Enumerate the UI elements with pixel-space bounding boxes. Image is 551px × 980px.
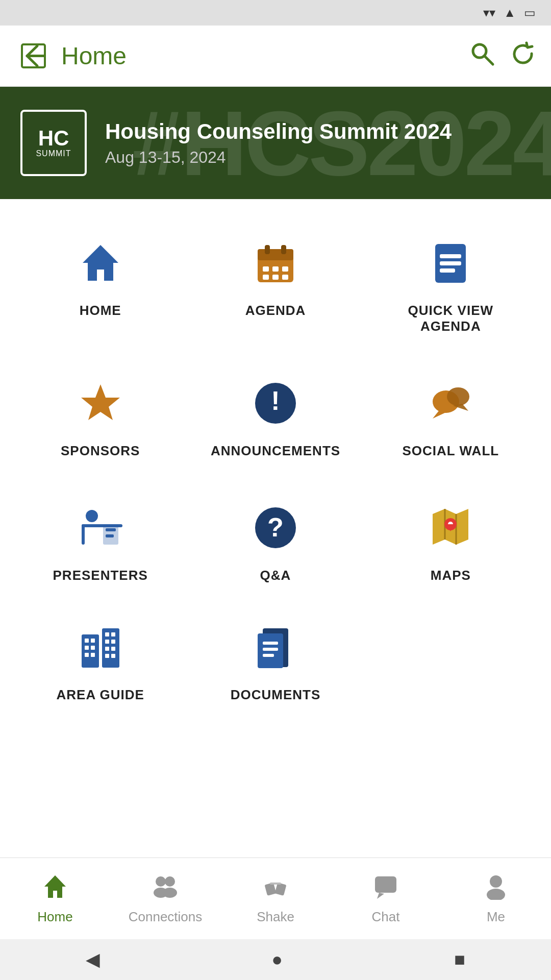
android-back-button[interactable]: ◀ (86, 949, 100, 970)
svg-rect-13 (272, 275, 279, 280)
bottom-connections-icon (152, 872, 179, 906)
sponsors-icon (78, 380, 123, 433)
menu-item-quick-view-agenda[interactable]: QUICK VIEW AGENDA (366, 219, 536, 350)
menu-label-documents: DOCUMENTS (231, 687, 321, 703)
menu-label-area-guide: AREA GUIDE (57, 687, 144, 703)
svg-rect-16 (440, 254, 461, 258)
menu-item-qna[interactable]: ? Q&A (190, 484, 360, 599)
page-title: Home (61, 42, 469, 70)
search-icon (469, 41, 495, 66)
bottom-nav-shake[interactable]: Shake (220, 858, 331, 939)
svg-rect-41 (102, 628, 119, 668)
status-bar: ▾▾ ▲ ▭ (0, 0, 551, 26)
svg-rect-14 (282, 275, 288, 280)
android-home-button[interactable]: ● (271, 949, 283, 970)
home-icon (78, 240, 123, 292)
svg-rect-48 (105, 632, 109, 636)
svg-point-71 (490, 875, 502, 888)
svg-rect-60 (263, 654, 274, 657)
svg-rect-51 (111, 640, 115, 644)
menu-item-presenters[interactable]: PRESENTERS (15, 484, 185, 599)
event-logo: HC SUMMIT (20, 110, 87, 176)
bottom-nav-home[interactable]: Home (0, 858, 110, 939)
svg-line-3 (485, 56, 493, 64)
menu-item-agenda[interactable]: AGENDA (190, 219, 360, 350)
signal-icon: ▲ (504, 6, 516, 20)
bottom-nav-connections[interactable]: Connections (110, 858, 220, 939)
menu-label-presenters: PRESENTERS (53, 568, 148, 583)
svg-point-65 (163, 888, 177, 898)
main-content: HOME AGENDA (0, 199, 551, 857)
menu-item-home[interactable]: HOME (15, 219, 185, 350)
empty-cell (366, 604, 536, 718)
svg-rect-50 (105, 640, 109, 644)
svg-rect-53 (111, 647, 115, 651)
announcements-icon: ! (253, 380, 298, 433)
svg-marker-4 (83, 245, 118, 281)
bottom-nav-shake-label: Shake (257, 909, 294, 925)
svg-rect-47 (91, 653, 95, 657)
svg-point-62 (156, 876, 166, 887)
menu-label-maps: MAPS (431, 568, 471, 583)
top-nav: Home (0, 26, 551, 87)
menu-item-maps[interactable]: MAPS (366, 484, 536, 599)
svg-rect-42 (85, 639, 89, 643)
bottom-nav-connections-label: Connections (129, 909, 203, 925)
svg-rect-9 (263, 266, 269, 272)
agenda-icon (253, 240, 298, 292)
menu-label-home: HOME (80, 303, 121, 318)
svg-rect-7 (265, 245, 270, 254)
svg-point-24 (447, 387, 469, 406)
svg-point-26 (86, 510, 98, 522)
svg-rect-44 (85, 646, 89, 650)
svg-rect-49 (111, 632, 115, 636)
svg-rect-40 (82, 634, 99, 668)
back-arrow-icon (19, 42, 47, 70)
search-button[interactable] (469, 41, 495, 71)
bottom-me-icon (482, 872, 510, 906)
svg-rect-11 (282, 266, 288, 272)
android-nav: ◀ ● ■ (0, 939, 551, 980)
event-title: Housing Counseling Summit 2024 (105, 119, 452, 144)
refresh-icon (510, 41, 536, 66)
svg-rect-17 (440, 261, 461, 265)
menu-item-social-wall[interactable]: SOCIAL WALL (366, 360, 536, 474)
social-wall-icon (428, 380, 473, 433)
svg-rect-12 (263, 275, 269, 280)
battery-icon: ▭ (524, 6, 536, 20)
maps-icon (428, 505, 473, 557)
presenters-icon (78, 505, 123, 557)
menu-label-sponsors: SPONSORS (61, 443, 140, 459)
menu-label-announcements: ANNOUNCEMENTS (211, 443, 340, 459)
refresh-button[interactable] (510, 41, 536, 71)
android-recents-button[interactable]: ■ (454, 949, 465, 970)
bottom-nav-me[interactable]: Me (441, 858, 551, 939)
svg-rect-58 (263, 642, 278, 645)
bottom-chat-icon (372, 872, 399, 906)
svg-rect-18 (440, 268, 455, 273)
svg-rect-55 (111, 654, 115, 658)
svg-point-72 (487, 889, 505, 900)
menu-grid-bottom: AREA GUIDE DOCUMENTS (15, 604, 536, 718)
menu-item-sponsors[interactable]: SPONSORS (15, 360, 185, 474)
quick-view-agenda-icon (428, 240, 473, 292)
svg-marker-23 (433, 411, 447, 419)
logo-summit: SUMMIT (36, 149, 71, 158)
back-button[interactable] (15, 38, 51, 74)
svg-point-63 (165, 876, 175, 887)
svg-rect-69 (375, 876, 396, 893)
menu-label-quick-view-agenda: QUICK VIEW AGENDA (376, 303, 525, 334)
svg-rect-46 (85, 653, 89, 657)
svg-marker-61 (44, 875, 66, 898)
bottom-shake-icon (262, 872, 289, 906)
svg-rect-45 (91, 646, 95, 650)
svg-text:?: ? (267, 512, 284, 542)
bottom-home-icon (41, 872, 69, 906)
bottom-nav-home-label: Home (37, 909, 72, 925)
bottom-nav-chat[interactable]: Chat (331, 858, 441, 939)
documents-icon (253, 624, 298, 677)
menu-item-area-guide[interactable]: AREA GUIDE (15, 604, 185, 718)
svg-rect-28 (82, 524, 85, 545)
menu-item-documents[interactable]: DOCUMENTS (190, 604, 360, 718)
menu-item-announcements[interactable]: ! ANNOUNCEMENTS (190, 360, 360, 474)
